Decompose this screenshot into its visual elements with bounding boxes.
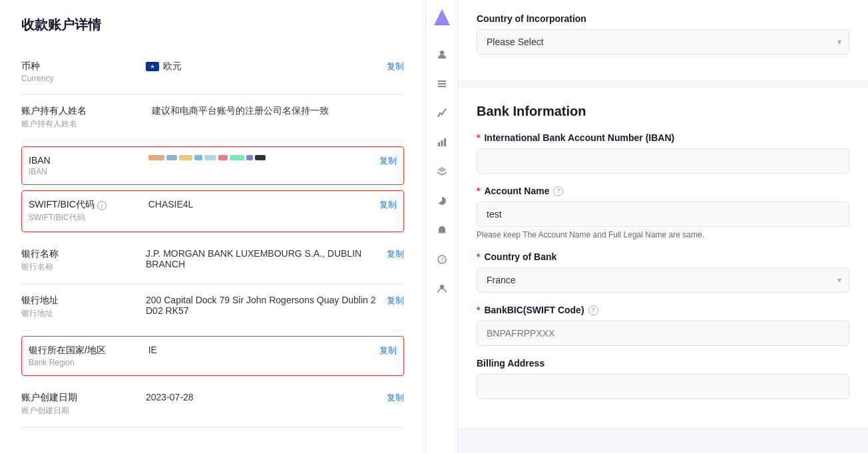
country-incorporation-select[interactable]: Please Select xyxy=(477,29,849,55)
right-panel: Country of Incorporation Please Select B… xyxy=(458,0,868,453)
label-swift-field: * BankBIC(SWIFT Code) ? xyxy=(477,305,849,315)
left-panel: 收款账户详情 币种 Currency ★ 欧元 复制 账户持有人姓名 账户持有人… xyxy=(0,0,426,453)
field-swift: SWIFT/BIC代码 i SWIFT/BIC代码 CHASIE4L 复制 xyxy=(21,190,404,232)
field-creation-date: 账户创建日期 账户创建日期 2023-07-28 复制 xyxy=(21,381,404,428)
label-zh-currency: 币种 xyxy=(21,61,138,73)
svg-rect-8 xyxy=(444,138,446,146)
svg-point-11 xyxy=(440,285,444,289)
field-left-bank-name: 银行名称 银行名称 xyxy=(21,248,138,273)
svg-rect-6 xyxy=(438,142,440,146)
sidebar-item-user[interactable] xyxy=(433,45,451,64)
value-bank-region: IE xyxy=(140,345,379,355)
copy-creation-date-button[interactable]: 复制 xyxy=(387,392,404,404)
label-en-bank-address: 银行地址 xyxy=(21,308,138,319)
label-zh-creation-date: 账户创建日期 xyxy=(21,392,138,404)
svg-point-2 xyxy=(440,51,444,55)
value-currency: ★ 欧元 xyxy=(138,61,387,73)
iban-bar-4 xyxy=(194,155,202,160)
iban-bar-3 xyxy=(179,155,192,160)
swift-help-icon: ? xyxy=(588,305,598,315)
country-bank-select-wrapper: France xyxy=(477,267,849,293)
country-bank-select[interactable]: France xyxy=(477,267,849,293)
field-bank-address: 银行地址 银行地址 200 Capital Dock 79 Sir John R… xyxy=(21,284,404,331)
label-en-swift: SWIFT/BIC代码 xyxy=(29,212,140,224)
value-creation-date: 2023-07-28 xyxy=(138,392,387,402)
svg-rect-4 xyxy=(438,83,446,84)
iban-bar-5 xyxy=(204,155,216,160)
field-left-bank-region: 银行所在国家/地区 Bank Region xyxy=(29,345,140,367)
copy-iban-button[interactable]: 复制 xyxy=(379,155,397,167)
field-left-creation-date: 账户创建日期 账户创建日期 xyxy=(21,392,138,416)
value-bank-address: 200 Capital Dock 79 Sir John Rogersons Q… xyxy=(138,295,387,316)
label-en-account-holder: 账户持有人姓名 xyxy=(21,118,144,130)
field-currency: 币种 Currency ★ 欧元 复制 xyxy=(21,50,404,94)
form-group-account-name: * Account Name ? Please keep The Account… xyxy=(477,186,849,239)
bank-section-title: Bank Information xyxy=(477,104,849,119)
field-left-currency: 币种 Currency xyxy=(21,61,138,83)
label-en-bank-region: Bank Region xyxy=(29,358,140,367)
required-star-iban: * xyxy=(477,132,480,143)
copy-swift-button[interactable]: 复制 xyxy=(379,199,397,211)
account-name-input[interactable] xyxy=(477,202,849,227)
copy-bank-address-button[interactable]: 复制 xyxy=(387,295,404,307)
svg-rect-5 xyxy=(438,86,446,87)
sidebar-logo[interactable] xyxy=(431,8,453,29)
form-group-billing: Billing Address xyxy=(477,358,849,399)
panel-title: 收款账户详情 xyxy=(21,16,404,34)
label-en-creation-date: 账户创建日期 xyxy=(21,405,138,416)
swift-input[interactable] xyxy=(477,321,849,346)
svg-rect-3 xyxy=(438,80,446,82)
field-account-holder: 账户持有人姓名 账户持有人姓名 建议和电商平台账号的注册公司名保持一致 xyxy=(21,94,404,141)
sidebar-item-chart[interactable] xyxy=(433,104,451,122)
billing-address-input[interactable] xyxy=(477,374,849,399)
label-zh-swift: SWIFT/BIC代码 xyxy=(29,199,95,211)
iban-bars xyxy=(148,155,371,160)
label-en-bank-name: 银行名称 xyxy=(21,261,138,273)
field-left-iban: IBAN IBAN xyxy=(29,155,140,176)
account-name-help-text: Please keep The Account Name and Full Le… xyxy=(477,230,849,239)
sidebar-item-menu[interactable] xyxy=(433,75,451,93)
sidebar-item-person[interactable] xyxy=(433,279,451,298)
svg-rect-7 xyxy=(441,140,443,146)
label-country-bank: * Country of Bank xyxy=(477,251,849,262)
label-country-incorporation: Country of Incorporation xyxy=(477,13,849,24)
field-left-account-holder: 账户持有人姓名 账户持有人姓名 xyxy=(21,105,144,130)
swift-label-row: SWIFT/BIC代码 i xyxy=(29,199,140,212)
country-select-wrapper: Please Select xyxy=(477,29,849,55)
account-name-help-icon: ? xyxy=(553,186,563,196)
field-bank-name: 银行名称 银行名称 J.P. MORGAN BANK LUXEMBOURG S.… xyxy=(21,237,404,284)
sidebar-item-help[interactable]: ? xyxy=(433,250,451,269)
copy-bank-name-button[interactable]: 复制 xyxy=(387,248,404,260)
label-en-currency: Currency xyxy=(21,74,138,83)
field-iban: IBAN IBAN 复制 xyxy=(21,146,404,185)
form-group-country-incorporation: Country of Incorporation Please Select xyxy=(477,13,849,55)
iban-bar-8 xyxy=(246,155,253,160)
eu-flag-icon: ★ xyxy=(146,62,159,71)
label-zh-bank-address: 银行地址 xyxy=(21,295,138,307)
form-group-iban: * International Bank Account Number (IBA… xyxy=(477,132,849,174)
label-zh-account-holder: 账户持有人姓名 xyxy=(21,105,144,117)
sidebar-item-pie[interactable] xyxy=(433,192,451,210)
svg-text:?: ? xyxy=(440,257,443,263)
copy-bank-region-button[interactable]: 复制 xyxy=(379,345,397,357)
sidebar-item-bell[interactable] xyxy=(433,221,451,239)
sidebar-item-bar[interactable] xyxy=(433,133,451,152)
copy-currency-button[interactable]: 复制 xyxy=(387,61,404,73)
iban-input[interactable] xyxy=(477,148,849,174)
sidebar-item-layers[interactable] xyxy=(433,162,451,181)
field-left-swift: SWIFT/BIC代码 i SWIFT/BIC代码 xyxy=(29,199,140,224)
value-iban xyxy=(140,155,379,160)
iban-bar-2 xyxy=(166,155,177,160)
iban-bar-1 xyxy=(148,155,164,160)
iban-bar-6 xyxy=(218,155,228,160)
form-group-swift: * BankBIC(SWIFT Code) ? xyxy=(477,305,849,346)
required-star-account-name: * xyxy=(477,186,480,196)
sidebar: ? xyxy=(426,0,458,453)
label-zh-bank-name: 银行名称 xyxy=(21,248,138,260)
label-iban-field: * International Bank Account Number (IBA… xyxy=(477,132,849,143)
bank-section: Bank Information * International Bank Ac… xyxy=(458,88,868,427)
label-account-name: * Account Name ? xyxy=(477,186,849,196)
label-zh-bank-region: 银行所在国家/地区 xyxy=(29,345,140,357)
iban-bar-9 xyxy=(255,155,266,160)
form-group-country-bank: * Country of Bank France xyxy=(477,251,849,293)
